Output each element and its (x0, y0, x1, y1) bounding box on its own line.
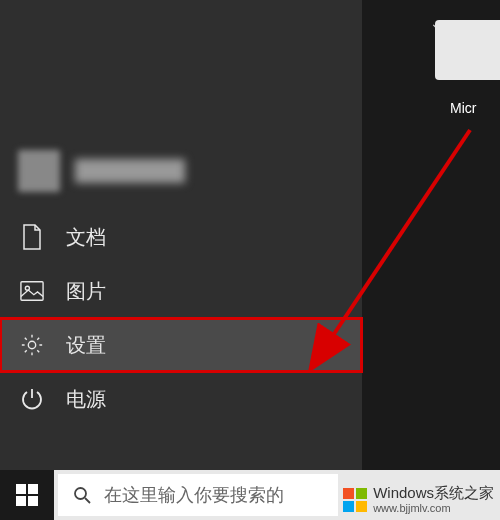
menu-item-label: 电源 (66, 386, 106, 413)
document-icon (20, 225, 44, 249)
menu-item-settings[interactable]: 设置 (0, 318, 362, 372)
picture-icon (20, 279, 44, 303)
menu-item-pictures[interactable]: 图片 (0, 264, 362, 318)
windows-logo-icon (16, 484, 38, 506)
power-icon (20, 387, 44, 411)
menu-item-label: 文档 (66, 224, 106, 251)
svg-rect-8 (28, 496, 38, 506)
svg-rect-0 (21, 282, 43, 300)
start-button[interactable] (0, 470, 54, 520)
windows-color-logo-icon (343, 488, 367, 512)
menu-item-power[interactable]: 电源 (0, 372, 362, 426)
desktop-app-label: Micr (450, 100, 500, 116)
user-name-label (75, 159, 185, 183)
svg-rect-5 (16, 484, 26, 494)
user-avatar (18, 150, 60, 192)
watermark: Windows系统之家 www.bjjmlv.com (343, 485, 494, 514)
menu-item-documents[interactable]: 文档 (0, 210, 362, 264)
taskbar-search-input[interactable]: 在这里输入你要搜索的 (58, 474, 338, 516)
menu-item-label: 图片 (66, 278, 106, 305)
svg-line-10 (85, 498, 90, 503)
menu-item-label: 设置 (66, 332, 106, 359)
svg-point-2 (28, 341, 35, 348)
svg-rect-7 (16, 496, 26, 506)
search-placeholder: 在这里输入你要搜索的 (104, 483, 284, 507)
gear-icon (20, 333, 44, 357)
user-account-row[interactable] (18, 150, 185, 192)
desktop-app-tile[interactable] (435, 20, 500, 80)
search-icon (72, 485, 92, 505)
svg-point-9 (75, 488, 86, 499)
svg-rect-6 (28, 484, 38, 494)
start-menu-list: 文档 图片 设置 (0, 210, 362, 426)
watermark-title: Windows系统之家 (373, 485, 494, 502)
start-menu-panel: 文档 图片 设置 (0, 0, 362, 470)
watermark-url: www.bjjmlv.com (373, 502, 494, 514)
